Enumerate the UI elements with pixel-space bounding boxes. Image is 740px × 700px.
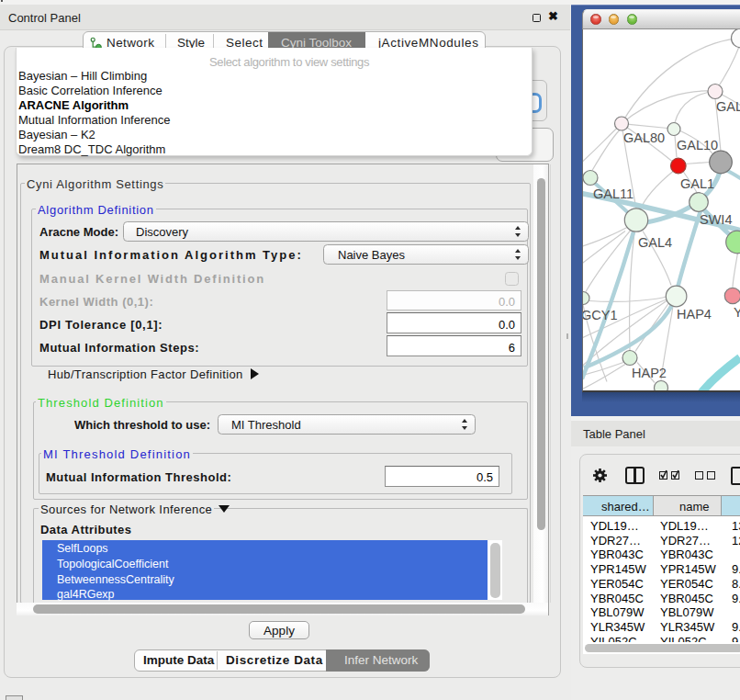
svg-text:GAL2: GAL2 [716, 98, 740, 113]
svg-text:GCY1: GCY1 [583, 308, 618, 322]
svg-text:GAL10: GAL10 [677, 138, 718, 152]
svg-text:GAL4: GAL4 [638, 235, 672, 250]
svg-text:HAP4: HAP4 [677, 307, 712, 322]
svg-text:Y: Y [734, 305, 740, 320]
svg-text:GAL1: GAL1 [680, 176, 714, 191]
svg-text:GAL11: GAL11 [593, 186, 633, 201]
svg-text:SWI4: SWI4 [700, 212, 732, 227]
svg-text:GAL80: GAL80 [623, 130, 665, 145]
svg-text:HAP2: HAP2 [632, 366, 667, 380]
